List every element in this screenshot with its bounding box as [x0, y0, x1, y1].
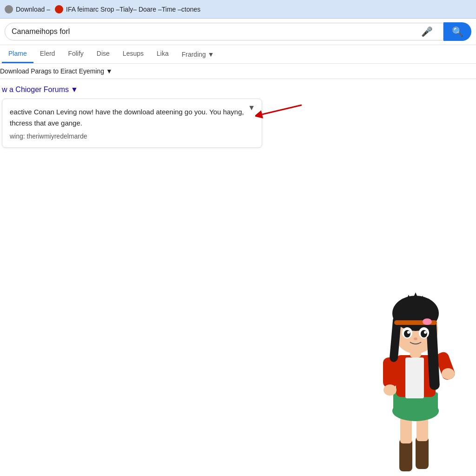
title-bar-full-text: IFA feimarc Srop –Tialy– Doare –Time –ct…	[66, 6, 200, 13]
source-link[interactable]: w a Chioger Forums ▼	[2, 86, 78, 94]
anime-character	[355, 271, 467, 476]
filter-label: Download Parags to Eirаct Eyeming	[0, 67, 104, 75]
results-area: w a Chioger Forums ▼ ▼ eactive Conan Lev…	[0, 79, 476, 151]
svg-rect-3	[416, 436, 429, 469]
search-button[interactable]: 🔍	[443, 22, 471, 41]
title-separator1: –	[46, 6, 50, 13]
svg-point-23	[423, 318, 432, 325]
svg-point-29	[424, 331, 427, 334]
title-bar-download: Download	[16, 6, 45, 13]
svg-point-13	[442, 368, 455, 379]
content-card: ▼ eactive Conan Leving now! have the dow…	[2, 99, 262, 148]
filter-chevron-icon: ▼	[106, 67, 112, 75]
source-row: w a Chioger Forums ▼	[0, 84, 476, 96]
svg-point-30	[414, 337, 417, 340]
svg-point-11	[383, 384, 397, 396]
svg-point-28	[407, 331, 410, 334]
svg-rect-2	[399, 439, 412, 471]
tab-lesups[interactable]: Lesups	[116, 45, 150, 63]
mic-icon[interactable]: 🎤	[421, 26, 433, 37]
svg-rect-10	[383, 357, 397, 388]
filter-dropdown-button[interactable]: Download Parags to Eirаct Eyeming ▼	[0, 67, 112, 75]
card-body-text: eactive Conan Leving now! have the downl…	[10, 106, 254, 129]
tab-plame[interactable]: Plame	[2, 45, 33, 63]
svg-point-26	[404, 330, 410, 337]
card-footer-text: wing: theriwmiyredelmarde	[10, 132, 254, 140]
source-dropdown-icon: ▼	[71, 86, 78, 94]
search-bar-container: 🎤 🔍	[0, 19, 476, 45]
filter-bar: Download Parags to Eirаct Eyeming ▼	[0, 64, 476, 79]
browser-favicon	[5, 5, 13, 13]
search-icon: 🔍	[452, 26, 463, 37]
tab-frarding[interactable]: Frarding ▼	[175, 46, 221, 63]
nav-tabs: Plame Elerd Folify Dise Lesups Lika Frar…	[0, 45, 476, 64]
svg-line-1	[262, 105, 302, 114]
card-dropdown-arrow[interactable]: ▼	[248, 104, 255, 112]
search-input-wrapper: 🎤	[5, 23, 443, 40]
title-bar: Download – IFA feimarc Srop –Tialy– Doar…	[0, 0, 476, 19]
svg-rect-9	[405, 357, 424, 398]
title-bar-icon	[55, 5, 63, 13]
red-arrow-annotation	[255, 100, 306, 124]
tab-lika[interactable]: Lika	[150, 45, 175, 63]
tab-folify[interactable]: Folify	[61, 45, 90, 63]
search-input[interactable]	[12, 27, 421, 36]
svg-point-27	[421, 330, 427, 337]
tab-elerd[interactable]: Elerd	[33, 45, 62, 63]
tab-dise[interactable]: Dise	[90, 45, 116, 63]
chevron-down-icon: ▼	[208, 51, 214, 58]
